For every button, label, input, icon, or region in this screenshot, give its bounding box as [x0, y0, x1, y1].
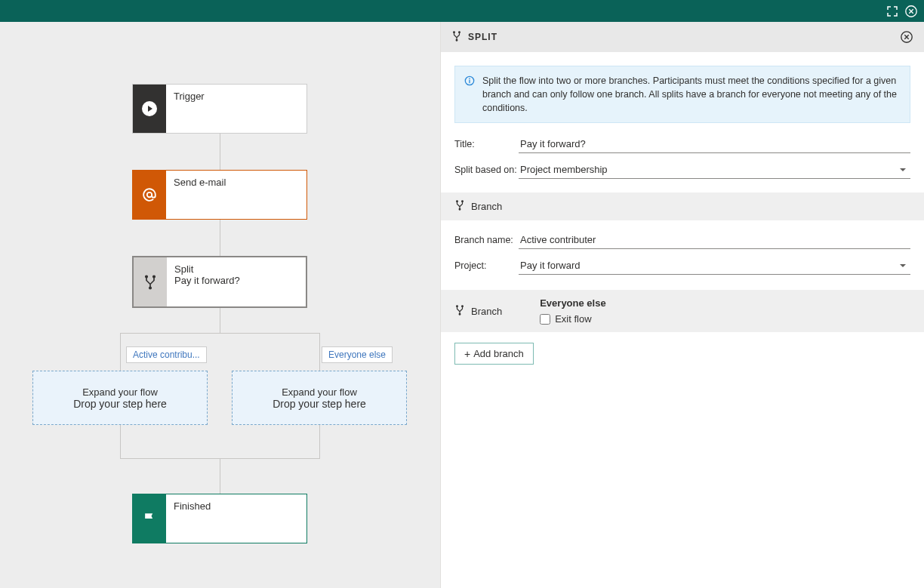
svg-point-3: [146, 276, 148, 278]
panel-header: SPLIT: [441, 22, 924, 52]
flow-canvas[interactable]: Trigger Send e-mail Split Pay it forward…: [0, 22, 440, 588]
branch-name-input[interactable]: [519, 231, 910, 249]
add-branch-label: Add branch: [473, 348, 524, 359]
split-icon: [451, 31, 462, 44]
fullscreen-icon[interactable]: [886, 5, 898, 17]
info-text: Split the flow into two or more branches…: [482, 74, 901, 115]
drop-sub: Drop your step here: [233, 398, 406, 410]
split-based-select[interactable]: Project membership: [519, 161, 910, 179]
properties-panel: SPLIT Split the flow into two or more br…: [440, 22, 924, 588]
drop-zone-left[interactable]: Expand your flow Drop your step here: [32, 371, 208, 425]
add-branch-button[interactable]: + Add branch: [454, 343, 534, 365]
title-input[interactable]: [519, 135, 910, 153]
node-title: Split: [174, 263, 298, 275]
connector: [120, 333, 320, 334]
node-title: Send e-mail: [174, 177, 299, 188]
everyone-branch-label: Branch: [471, 306, 502, 317]
info-icon: [464, 74, 475, 115]
branch-tag-left[interactable]: Active contribu...: [126, 346, 207, 363]
node-title: Finished: [174, 500, 299, 512]
node-title: Trigger: [174, 91, 299, 102]
svg-point-11: [457, 201, 458, 202]
svg-point-5: [149, 287, 152, 289]
connector: [120, 333, 121, 371]
svg-point-8: [456, 39, 457, 41]
flow-node-email[interactable]: Send e-mail: [132, 170, 307, 220]
connector: [220, 134, 220, 171]
split-based-label: Split based on:: [454, 165, 519, 175]
flow-node-trigger[interactable]: Trigger: [132, 84, 307, 134]
project-select[interactable]: Pay it forward: [519, 257, 910, 275]
flow-node-finished[interactable]: Finished: [132, 494, 307, 543]
flow-node-split[interactable]: Split Pay it forward?: [132, 256, 307, 308]
branch-section-header: Branch: [441, 192, 924, 220]
split-icon: [454, 305, 465, 318]
connector: [220, 220, 220, 257]
svg-point-15: [462, 305, 464, 306]
svg-point-16: [459, 313, 460, 315]
exit-flow-checkbox[interactable]: [540, 314, 550, 325]
connector: [319, 425, 320, 458]
svg-point-2: [147, 192, 152, 197]
play-icon: [133, 85, 166, 133]
title-label: Title:: [454, 139, 519, 149]
connector: [120, 425, 121, 458]
svg-point-14: [457, 305, 458, 306]
drop-sub: Drop your step here: [33, 398, 207, 410]
branch-tag-right[interactable]: Everyone else: [322, 346, 393, 363]
plus-icon: +: [464, 349, 470, 359]
everyone-else-section: Branch Everyone else Exit flow: [441, 290, 924, 332]
split-icon: [454, 200, 465, 213]
drop-heading: Expand your flow: [33, 386, 207, 398]
svg-point-13: [459, 208, 460, 210]
connector: [220, 458, 220, 494]
node-subtitle: Pay it forward?: [174, 275, 298, 286]
info-banner: Split the flow into two or more branches…: [454, 66, 910, 123]
flag-icon: [133, 494, 166, 543]
top-bar: [0, 0, 924, 22]
close-panel-icon[interactable]: [900, 30, 913, 44]
svg-point-7: [459, 31, 460, 32]
split-icon: [134, 257, 167, 306]
panel-title: SPLIT: [468, 32, 497, 42]
branch-name-label: Branch name:: [454, 235, 519, 245]
svg-point-4: [153, 276, 156, 278]
close-icon[interactable]: [904, 5, 918, 18]
branch-heading: Branch: [471, 201, 502, 212]
svg-point-6: [454, 31, 455, 32]
project-label: Project:: [454, 260, 519, 271]
drop-zone-right[interactable]: Expand your flow Drop your step here: [232, 371, 407, 425]
connector: [220, 308, 220, 333]
exit-flow-row[interactable]: Exit flow: [540, 313, 605, 325]
connector: [319, 333, 320, 371]
exit-flow-label: Exit flow: [555, 313, 591, 325]
svg-point-12: [462, 201, 464, 202]
drop-heading: Expand your flow: [233, 386, 406, 398]
at-icon: [133, 171, 166, 219]
everyone-else-label: Everyone else: [540, 297, 605, 309]
